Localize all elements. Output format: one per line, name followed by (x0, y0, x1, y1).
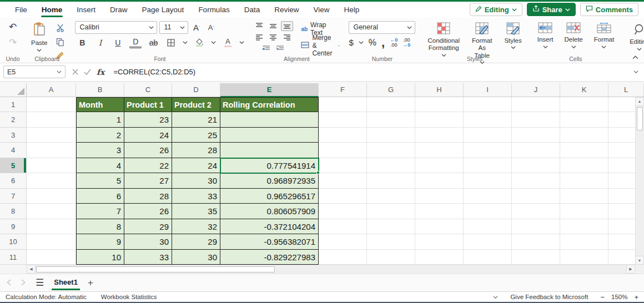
column-header-D[interactable]: D (172, 83, 220, 97)
cell-I11[interactable] (464, 250, 512, 265)
cell-C2[interactable]: 23 (124, 112, 172, 128)
sheet-tab-sheet1[interactable]: Sheet1 (52, 275, 80, 290)
row-header-6[interactable]: 6 (0, 173, 27, 189)
give-feedback-link[interactable]: Give Feedback to Microsoft (510, 294, 588, 300)
double-underline-button[interactable]: D (129, 37, 142, 48)
row-header-10[interactable]: 10 (0, 234, 27, 250)
middle-align-button[interactable] (267, 21, 279, 31)
cell-I5[interactable] (464, 158, 512, 174)
column-header-K[interactable]: K (560, 83, 608, 97)
row-header-4[interactable]: 4 (0, 143, 27, 158)
cell-C4[interactable]: 26 (124, 143, 172, 158)
cell-K8[interactable] (560, 204, 608, 219)
menu-tab-insert[interactable]: Insert (69, 2, 103, 18)
cell-B10[interactable]: 9 (76, 234, 124, 250)
copy-button[interactable] (54, 36, 66, 48)
cell-G6[interactable] (367, 173, 415, 189)
cell-I8[interactable] (464, 204, 512, 219)
cell-C3[interactable]: 24 (124, 128, 172, 143)
cell-A10[interactable] (27, 234, 76, 250)
decrease-font-size-button[interactable]: Aˇ (205, 21, 217, 33)
cell-A4[interactable] (27, 143, 76, 158)
cancel-entry-icon[interactable] (72, 67, 78, 77)
cell-D7[interactable]: 33 (172, 189, 220, 204)
vertical-scroll-thumb[interactable] (637, 107, 643, 130)
cell-K9[interactable] (560, 219, 608, 235)
cell-A5[interactable] (27, 158, 76, 174)
cell-D1[interactable]: Product 2 (172, 97, 220, 113)
cell-K6[interactable] (560, 173, 608, 189)
cell-B4[interactable]: 3 (76, 143, 124, 158)
share-button[interactable]: Share (527, 3, 576, 16)
cell-C1[interactable]: Product 1 (124, 97, 172, 113)
cell-B6[interactable]: 5 (76, 173, 124, 189)
cell-A2[interactable] (27, 112, 76, 128)
collapse-ribbon-chevron[interactable] (632, 54, 638, 60)
cell-A8[interactable] (27, 204, 76, 219)
italic-button[interactable]: I (94, 37, 106, 49)
number-format-select[interactable]: General (349, 21, 415, 34)
expand-formula-bar-chevron[interactable] (633, 69, 638, 74)
cell-F3[interactable] (319, 128, 367, 143)
cell-E8[interactable]: 0.806057909 (220, 204, 319, 219)
cell-I6[interactable] (464, 173, 512, 189)
cell-H4[interactable] (415, 143, 464, 158)
cell-H9[interactable] (415, 219, 464, 235)
comments-button[interactable]: Comments (580, 3, 638, 16)
merge-center-button[interactable]: Merge & Center (301, 39, 340, 52)
cell-D9[interactable]: 32 (172, 219, 220, 235)
cell-G5[interactable] (367, 158, 415, 174)
cell-C5[interactable]: 22 (124, 158, 172, 174)
cell-G9[interactable] (367, 219, 415, 235)
zoom-level[interactable]: 150% (611, 294, 627, 300)
cell-H7[interactable] (415, 189, 464, 204)
column-header-H[interactable]: H (415, 83, 464, 97)
menu-tab-formulas[interactable]: Formulas (191, 2, 237, 18)
cell-H8[interactable] (415, 204, 464, 219)
row-header-1[interactable]: 1 (0, 97, 27, 113)
cell-G11[interactable] (367, 250, 415, 265)
cell-D2[interactable]: 21 (172, 112, 220, 128)
cell-B11[interactable]: 10 (76, 250, 124, 265)
cell-H5[interactable] (415, 158, 464, 174)
status-bar-options-chevron[interactable] (493, 295, 498, 300)
zoom-in-button[interactable]: + (634, 293, 638, 301)
cell-H6[interactable] (415, 173, 464, 189)
undo-button[interactable]: ↶ (7, 21, 19, 33)
cell-E1[interactable]: Rolling Correlation (220, 97, 319, 113)
cell-J9[interactable] (512, 219, 560, 235)
decrease-indent-button[interactable] (260, 43, 273, 53)
cell-A11[interactable] (27, 250, 76, 265)
cell-B9[interactable]: 8 (76, 219, 124, 235)
cell-E9[interactable]: -0.372104204 (220, 219, 319, 235)
bold-button[interactable]: B (76, 37, 88, 49)
cell-B7[interactable]: 6 (76, 189, 124, 204)
currency-format-button[interactable]: $ (349, 38, 353, 47)
row-header-8[interactable]: 8 (0, 204, 27, 219)
cell-J6[interactable] (512, 173, 560, 189)
cell-J11[interactable] (512, 250, 560, 265)
cell-G4[interactable] (367, 143, 415, 158)
cell-A1[interactable] (27, 97, 76, 113)
delete-cells-button[interactable]: Delete (561, 21, 586, 50)
increase-indent-button[interactable] (274, 43, 286, 53)
cell-G8[interactable] (367, 204, 415, 219)
column-header-J[interactable]: J (512, 83, 560, 97)
sheet-list-menu-icon[interactable]: ☰ (36, 277, 44, 289)
cell-F11[interactable] (319, 250, 367, 265)
cell-J4[interactable] (512, 143, 560, 158)
cell-J1[interactable] (512, 97, 560, 113)
name-box[interactable]: E5 (3, 65, 66, 78)
font-size-select[interactable]: 11 (159, 21, 188, 34)
cell-I4[interactable] (464, 143, 512, 158)
bottom-align-button[interactable] (281, 21, 293, 31)
cell-D11[interactable]: 30 (172, 250, 220, 265)
horizontal-scroll-thumb[interactable] (36, 266, 275, 272)
cell-G2[interactable] (367, 112, 415, 128)
column-header-C[interactable]: C (124, 83, 172, 97)
align-center-button[interactable] (267, 32, 279, 42)
cell-D10[interactable]: 29 (172, 234, 220, 250)
cell-F10[interactable] (319, 234, 367, 250)
cell-F4[interactable] (319, 143, 367, 158)
cell-F5[interactable] (319, 158, 367, 174)
